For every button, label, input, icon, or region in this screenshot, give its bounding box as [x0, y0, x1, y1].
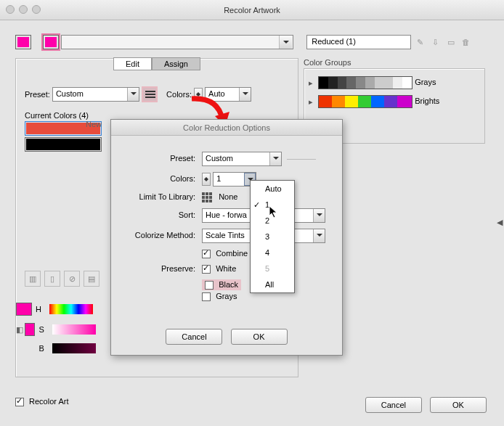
subdialog-title: Color Reduction Options — [111, 120, 342, 136]
preserve-black-row: Black — [202, 279, 241, 290]
row-tools: ▥ ▯ ⊘ ▤ — [25, 271, 101, 287]
color-group-grays[interactable]: ▸ Grays — [309, 76, 480, 92]
chevron-down-icon — [239, 88, 251, 101]
b-label: B — [37, 344, 46, 353]
preserve-label: Preserve: — [121, 264, 195, 273]
color-group-combo[interactable] — [61, 35, 293, 49]
method-label: Colorize Method: — [121, 231, 195, 239]
preserve-black-checkbox[interactable] — [205, 281, 214, 290]
current-colors-label: Current Colors (4) — [25, 111, 89, 120]
colors-label: Colors: — [166, 90, 192, 99]
preserve-grays-checkbox[interactable] — [202, 292, 211, 301]
dropdown-item-5: 5 — [251, 261, 294, 277]
recolor-art-label: Recolor Art — [29, 397, 68, 406]
merge-rows-icon[interactable]: ▥ — [25, 271, 41, 287]
combine-checkbox[interactable] — [202, 250, 211, 258]
svg-rect-2 — [145, 97, 155, 98]
group-active-swatch[interactable] — [43, 35, 59, 49]
preserve-white-checkbox[interactable] — [202, 265, 211, 274]
tab-edit[interactable]: Edit — [113, 57, 152, 70]
dropdown-item-4[interactable]: 4 — [251, 245, 294, 261]
sat-slider[interactable] — [52, 324, 96, 335]
new-row-icon[interactable]: ▤ — [84, 271, 99, 287]
sub-colors-label: Colors: — [121, 174, 195, 183]
sub-colors-stepper[interactable] — [202, 173, 211, 186]
preserve-white-label: White — [216, 264, 236, 273]
group-name: Grays — [415, 78, 436, 86]
separate-rows-icon[interactable]: ▯ — [44, 271, 60, 287]
exclude-row-icon[interactable]: ⊘ — [64, 271, 80, 287]
limit-label: Limit To Library: — [121, 192, 195, 201]
group-name-field[interactable]: Reduced (1) — [306, 35, 411, 49]
cube-icon: ◧ — [16, 325, 23, 335]
window-traffic-lights[interactable] — [6, 5, 41, 14]
brights-swatches — [318, 95, 412, 108]
dropdown-item-1[interactable]: ✓1 — [251, 197, 294, 213]
chevron-down-icon — [269, 152, 281, 165]
h-label: H — [34, 305, 43, 314]
chevron-down-icon — [313, 229, 325, 242]
color-reduction-options-button[interactable] — [142, 86, 158, 102]
color-groups-label: Color Groups — [304, 58, 485, 67]
svg-rect-0 — [145, 91, 155, 92]
hue-slider[interactable] — [49, 304, 93, 314]
sub-preset-select[interactable]: Custom — [202, 152, 282, 166]
cancel-button[interactable]: Cancel — [365, 397, 422, 413]
ok-button[interactable]: OK — [430, 397, 487, 413]
swatch-grid-icon[interactable] — [202, 192, 212, 202]
folder-icon[interactable]: ▭ — [444, 36, 458, 49]
color-group-brights[interactable]: ▸ Brights — [309, 95, 480, 111]
dropdown-item-auto[interactable]: Auto — [251, 181, 294, 197]
bright-slider[interactable] — [52, 343, 96, 353]
disclosure-icon: ▸ — [309, 78, 316, 88]
combine-label: Combine T — [216, 249, 255, 258]
dropdown-item-all[interactable]: All — [251, 277, 294, 292]
save-group-icon[interactable]: ⇩ — [428, 36, 442, 49]
chevron-down-icon — [313, 209, 325, 222]
hsb-swatch[interactable] — [16, 303, 32, 316]
panel-collapse-icon[interactable]: ◀ — [497, 218, 503, 227]
group-name: Brights — [415, 97, 439, 105]
preset-label: Preset: — [25, 90, 50, 99]
disclosure-icon: ▸ — [309, 97, 316, 107]
sub-ok-button[interactable]: OK — [231, 329, 288, 345]
chevron-down-icon — [279, 36, 292, 49]
svg-rect-1 — [145, 94, 155, 95]
sort-label: Sort: — [121, 210, 195, 219]
chevron-down-icon — [127, 88, 139, 101]
trash-icon[interactable]: 🗑 — [460, 36, 473, 49]
preserve-grays-label: Grays — [216, 292, 237, 300]
dropdown-item-3[interactable]: 3 — [251, 229, 294, 245]
recolor-art-checkbox[interactable] — [15, 398, 24, 406]
tab-assign[interactable]: Assign — [152, 57, 200, 70]
grays-swatches — [318, 76, 412, 89]
limit-value: None — [219, 192, 237, 201]
preset-select[interactable]: Custom — [52, 87, 139, 102]
eyedropper-icon[interactable]: ✎ — [413, 36, 426, 49]
s-label: S — [37, 325, 46, 334]
sub-cancel-button[interactable]: Cancel — [166, 329, 222, 345]
group-name-text: Reduced (1) — [312, 37, 356, 46]
preserve-black-label: Black — [219, 280, 238, 289]
colors-dropdown-menu: Auto ✓1 2 3 4 5 All — [250, 180, 295, 293]
s-swatch[interactable] — [25, 323, 35, 336]
active-fill-swatch[interactable] — [15, 35, 31, 49]
color-row-2[interactable] — [25, 137, 102, 152]
color-reduction-options-dialog: Color Reduction Options Preset: Custom C… — [110, 119, 343, 356]
sub-preset-label: Preset: — [121, 154, 195, 163]
dropdown-item-2[interactable]: 2 — [251, 213, 294, 229]
new-colors-label: New — [86, 120, 102, 128]
window-title: Recolor Artwork — [224, 6, 280, 15]
